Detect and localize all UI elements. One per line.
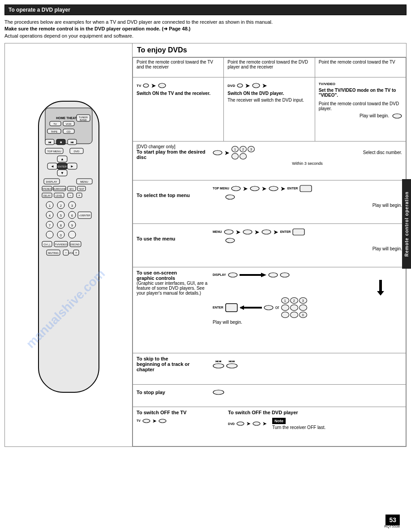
top-menu-row: To select the top menu TOP MENU ➤ ➤	[133, 180, 406, 223]
use-menu-cell: To use the menu MENU ➤ ➤	[133, 223, 406, 267]
svg-text:MENU: MENU	[80, 180, 88, 183]
dvd-changer-cell: [DVD changer only] To start play from th…	[133, 141, 406, 180]
stop-cell: To stop play	[133, 384, 406, 407]
disc-btn-2: 2	[240, 146, 247, 152]
switch-dvd-label: Switch ON the DVD player.	[227, 91, 311, 96]
disc-btn-3: 3	[248, 146, 255, 152]
col1-header: Point the remote control toward the TV a…	[133, 58, 224, 77]
svg-point-92	[143, 84, 149, 87]
svg-point-123	[159, 419, 166, 423]
svg-point-96	[393, 114, 402, 118]
svg-text:TV: TV	[53, 123, 57, 125]
svg-text:SFC: SFC	[69, 188, 74, 190]
svg-text:+: +	[75, 251, 77, 254]
svg-rect-113	[379, 280, 382, 291]
top-menu-cell: To select the top menu TOP MENU ➤ ➤	[133, 180, 406, 223]
svg-text:TAPE: TAPE	[51, 130, 57, 133]
svg-point-118	[264, 305, 273, 310]
use-menu-row: To use the menu MENU ➤ ➤	[133, 223, 406, 267]
stop-action: To stop play	[137, 390, 208, 395]
svg-text:CD: CD	[66, 130, 70, 133]
skip-cell: To skip to thebeginning of a track orcha…	[133, 353, 406, 385]
svg-text:◄: ◄	[51, 164, 54, 168]
svg-text:TV/VIDEO: TV/VIDEO	[54, 243, 67, 246]
step1-col1: TV ➤ Switch ON the TV and the receiver.	[133, 77, 224, 142]
svg-point-103	[224, 230, 233, 234]
svg-text:⏭: ⏭	[70, 141, 73, 144]
step1-col3: TV/VIDEO Set the TV/VIDEO mode on the TV…	[315, 77, 406, 142]
receiver-off-note: Turn the receiver OFF last.	[272, 425, 325, 430]
svg-text:►: ►	[70, 164, 74, 168]
svg-point-112	[280, 273, 289, 277]
svg-text:BAND: BAND	[80, 119, 86, 121]
disc-buttons: 1 2 3	[231, 146, 255, 159]
enjoy-dvds-header: To enjoy DVDs	[133, 43, 406, 57]
dvd-changer-action: [DVD changer only] To start play from th…	[137, 144, 208, 160]
right-panel: To enjoy DVDs Point the remote control t…	[133, 43, 406, 446]
svg-text:MUTING: MUTING	[48, 252, 59, 254]
svg-point-77	[68, 231, 76, 238]
svg-text:2: 2	[60, 204, 62, 207]
svg-text:▼: ▼	[60, 171, 64, 175]
step1-row: TV ➤ Switch ON the TV and the receiver. …	[133, 77, 406, 142]
svg-rect-106	[293, 229, 304, 235]
skip-action: To skip to thebeginning of a track orcha…	[137, 356, 208, 372]
header-title: To operate a DVD player	[9, 7, 70, 13]
svg-point-97	[213, 150, 222, 155]
dvd-label: DVD	[227, 84, 235, 88]
svg-marker-110	[261, 273, 266, 277]
remote-image: HOME THEATER TV VCR TUNER/ BAND TAPE CD	[25, 97, 112, 402]
col2-header: Point the remote control toward the DVD …	[224, 58, 315, 77]
svg-text:6: 6	[71, 214, 73, 217]
svg-text:DVD: DVD	[73, 150, 79, 153]
svg-point-99	[250, 186, 259, 191]
display-label: DISPLAY	[213, 273, 226, 276]
svg-text:8: 8	[60, 224, 62, 227]
on-screen-steps: DISPLAY	[213, 270, 402, 325]
disc-btn-4	[231, 153, 239, 159]
svg-point-119	[213, 364, 224, 368]
svg-text:+10ENTER: +10ENTER	[79, 214, 90, 217]
on-screen-desc: (Graphic user interfaces, GUI, are a fea…	[137, 281, 208, 296]
svg-text:LEVEL: LEVEL	[56, 194, 63, 197]
intro-section: The procedures below are examples for wh…	[4, 19, 407, 39]
enjoy-dvds-title: To enjoy DVDs	[137, 46, 187, 54]
svg-text:SURROUND: SURROUND	[53, 188, 66, 190]
svg-text:DISPLAY: DISPLAY	[46, 180, 57, 183]
switch-tv-label: Switch ON the TV and the receiver.	[137, 91, 220, 96]
svg-rect-109	[240, 274, 261, 276]
svg-text:DISC/NO.: DISC/NO.	[70, 243, 80, 246]
svg-point-74	[46, 231, 53, 238]
svg-text:0: 0	[60, 234, 62, 237]
top-menu-play: Play will begin.	[213, 203, 402, 208]
num-buttons-grid: 1 2 3 0	[281, 297, 307, 318]
tv-label: TV	[137, 84, 141, 88]
svg-marker-114	[377, 291, 384, 296]
skip-row: To skip to thebeginning of a track orcha…	[133, 353, 406, 385]
use-menu-steps: MENU ➤ ➤ ➤ ENTER	[213, 227, 402, 251]
top-menu-label: TOP MENU	[213, 187, 229, 190]
main-content: HOME THEATER TV VCR TUNER/ BAND TAPE CD	[4, 43, 407, 447]
switch-off-cell: To switch OFF the TV TV ➤ To switch OFF …	[133, 407, 406, 446]
svg-text:ENTER: ENTER	[57, 165, 67, 168]
svg-text:▲: ▲	[60, 157, 64, 161]
svg-point-102	[226, 195, 235, 199]
svg-text:−: −	[69, 194, 71, 197]
on-screen-row: To use on-screengraphic controls (Graphi…	[133, 267, 406, 353]
page-number: 53	[385, 515, 400, 525]
svg-point-121	[213, 390, 224, 395]
svg-point-108	[228, 273, 237, 277]
column-headers-row: Point the remote control toward the TV a…	[133, 58, 406, 77]
step1-col2: DVD ➤ ➤ Switch ON the DVD player. The re…	[224, 77, 315, 142]
col3-header: Point the remote control toward the TV	[315, 58, 406, 77]
svg-point-124	[237, 422, 244, 425]
svg-text:4: 4	[49, 214, 51, 217]
svg-text:9: 9	[71, 224, 73, 227]
svg-point-111	[269, 273, 278, 277]
play-begin-1: Play will begin.	[319, 113, 402, 119]
intro-line2: Make sure the remote control is in the D…	[4, 26, 191, 31]
use-menu-action: To use the menu	[137, 236, 208, 241]
use-menu-play: Play will begin.	[213, 246, 402, 251]
svg-rect-101	[300, 185, 312, 192]
svg-point-122	[143, 419, 150, 423]
